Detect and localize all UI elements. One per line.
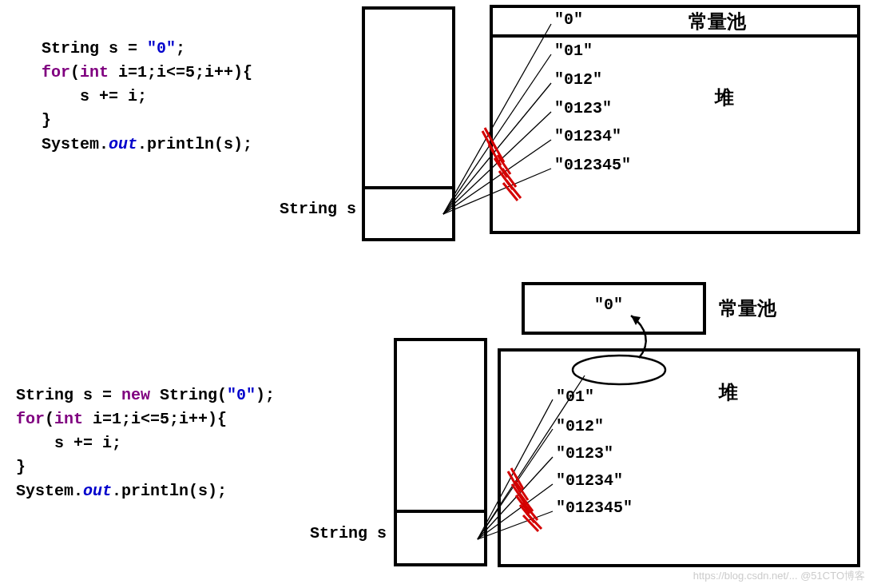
svg-line-4 [443, 24, 551, 214]
svg-line-28 [478, 484, 553, 539]
code2-l2: for(int i=1;i<=5;i++){ [16, 410, 227, 428]
pointer-lines-1 [443, 24, 551, 214]
watermark: https://blog.csdn.net/... @51CTO博客 [693, 569, 865, 583]
svg-rect-23 [499, 350, 859, 566]
code2-l4: } [16, 458, 26, 476]
heap1-v1: "01" [554, 42, 593, 60]
heap-box-1 [491, 6, 859, 232]
code-block-2: String s = new String("0"); for(int i=1;… [16, 360, 275, 503]
heap-object-ellipse [573, 356, 665, 384]
heap1-v5: "012345" [554, 156, 631, 174]
svg-line-5 [443, 54, 551, 214]
svg-line-9 [443, 169, 551, 214]
heap-label-1: 堆 [715, 85, 734, 110]
heap2-v3: "01234" [556, 471, 623, 490]
heap2-v2: "0123" [556, 444, 613, 463]
heap2-v1: "012" [556, 417, 604, 435]
svg-rect-0 [363, 8, 454, 240]
string-s-label-2: String s [310, 524, 387, 542]
heap2-v0: "01" [556, 387, 594, 406]
heap2-v4: "012345" [556, 499, 633, 517]
heap1-v4: "01234" [554, 127, 621, 145]
code2-l3: s += i; [16, 434, 121, 452]
arrow-to-pool [631, 316, 646, 358]
svg-line-29 [478, 511, 553, 539]
heap-box-2 [499, 350, 859, 566]
heap-label-2: 堆 [719, 379, 738, 405]
string-s-label-1: String s [280, 200, 356, 218]
pool-label-1: 常量池 [688, 9, 746, 34]
svg-rect-2 [491, 6, 859, 232]
heap1-v3: "0123" [554, 99, 612, 117]
code2-l1: String s = new String("0"); [16, 386, 275, 404]
pool-zero: "0" [594, 296, 623, 314]
svg-rect-20 [395, 340, 486, 565]
stack-box-2 [395, 340, 486, 565]
stack-box-1 [363, 8, 454, 240]
pool-label-2: 常量池 [719, 296, 776, 321]
code2-l5: System.out.println(s); [16, 482, 227, 500]
heap1-v0: "0" [554, 10, 583, 29]
heap1-v2: "012" [554, 70, 602, 89]
